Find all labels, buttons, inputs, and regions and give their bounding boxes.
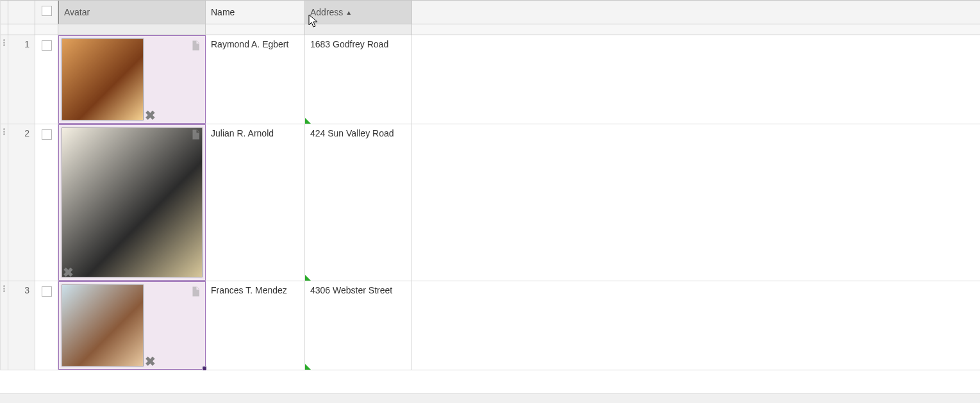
select-all-checkbox[interactable] <box>42 6 52 16</box>
remove-icon[interactable]: ✖ <box>63 266 74 279</box>
avatar-image <box>62 284 144 366</box>
row-number: 2 <box>8 124 35 281</box>
row-handle-header <box>1 1 8 24</box>
avatar-cell[interactable]: ✖ <box>58 35 206 124</box>
column-header-row: Avatar Name Address ▲ <box>1 1 980 24</box>
row-checkbox[interactable] <box>42 129 52 140</box>
avatar-cell[interactable]: ✖ <box>58 124 206 281</box>
avatar-image <box>62 127 203 277</box>
row-drag-handle[interactable] <box>1 35 8 124</box>
cell-flag-icon <box>305 118 311 124</box>
row-drag-handle[interactable] <box>1 281 8 370</box>
remove-icon[interactable]: ✖ <box>145 109 156 122</box>
address-cell[interactable]: 4306 Webster Street <box>305 281 412 370</box>
file-icon[interactable] <box>190 286 201 297</box>
column-header-name[interactable]: Name <box>206 1 305 24</box>
avatar-image <box>62 38 144 120</box>
data-grid: Avatar Name Address ▲ 1✖Raymond A. Egber… <box>0 0 980 370</box>
row-checkbox[interactable] <box>42 286 52 297</box>
sort-ascending-icon: ▲ <box>345 9 352 16</box>
column-label: Avatar <box>64 7 90 17</box>
column-label: Name <box>211 7 235 17</box>
table-row[interactable]: 3✖Frances T. Mendez4306 Webster Street <box>1 281 980 370</box>
empty-cell <box>412 124 980 281</box>
remove-icon[interactable]: ✖ <box>145 355 156 368</box>
cell-flag-icon <box>305 364 311 370</box>
avatar-cell[interactable]: ✖ <box>58 281 206 370</box>
column-header-avatar[interactable]: Avatar <box>58 1 206 24</box>
row-checkbox[interactable] <box>42 40 52 51</box>
address-cell[interactable]: 1683 Godfrey Road <box>305 35 412 124</box>
column-header-address[interactable]: Address ▲ <box>305 1 412 24</box>
row-number: 1 <box>8 35 35 124</box>
table-row[interactable]: 2✖Julian R. Arnold424 Sun Valley Road <box>1 124 980 281</box>
row-number-header <box>8 1 35 24</box>
row-drag-handle[interactable] <box>1 124 8 281</box>
file-icon[interactable] <box>190 40 201 51</box>
filter-row <box>1 24 980 35</box>
column-label: Address <box>310 7 343 17</box>
row-select-cell[interactable] <box>35 281 58 370</box>
name-cell[interactable]: Frances T. Mendez <box>206 281 305 370</box>
column-header-spacer <box>412 1 980 24</box>
name-cell[interactable]: Raymond A. Egbert <box>206 35 305 124</box>
address-cell[interactable]: 424 Sun Valley Road <box>305 124 412 281</box>
horizontal-scrollbar[interactable] <box>0 393 980 403</box>
file-icon[interactable] <box>190 129 201 140</box>
row-select-cell[interactable] <box>35 35 58 124</box>
empty-cell <box>412 35 980 124</box>
row-number: 3 <box>8 281 35 370</box>
cell-flag-icon <box>305 275 311 281</box>
select-all-cell[interactable] <box>35 1 58 24</box>
name-cell[interactable]: Julian R. Arnold <box>206 124 305 281</box>
empty-cell <box>412 281 980 370</box>
table-row[interactable]: 1✖Raymond A. Egbert1683 Godfrey Road <box>1 35 980 124</box>
row-select-cell[interactable] <box>35 124 58 281</box>
